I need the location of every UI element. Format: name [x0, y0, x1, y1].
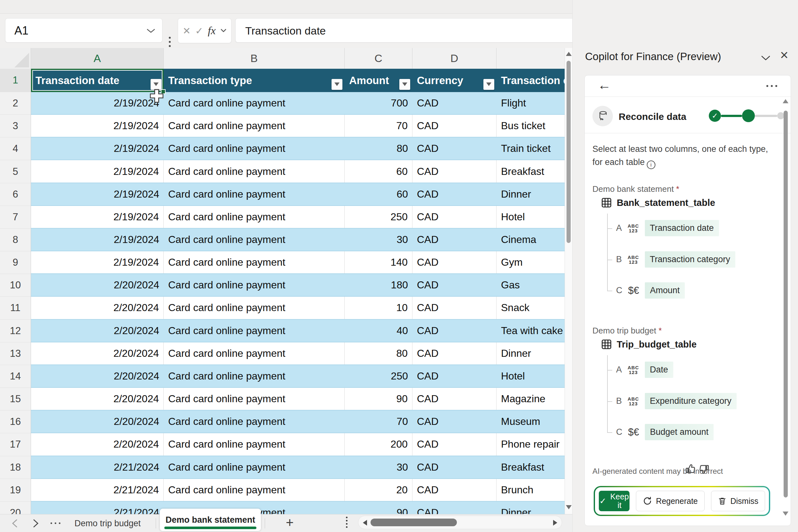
- cell-type[interactable]: Card card online payment: [164, 115, 345, 137]
- cell-category[interactable]: Dinner: [496, 501, 565, 514]
- table-header-cell[interactable]: Currency: [413, 69, 496, 92]
- cell-currency[interactable]: CAD: [413, 365, 496, 387]
- cell-currency[interactable]: CAD: [413, 137, 496, 159]
- cell-amount[interactable]: 250: [345, 206, 413, 228]
- all-sheets-icon[interactable]: [51, 522, 60, 524]
- cell-category[interactable]: Tea with cake: [496, 320, 565, 342]
- sheet-tab-bank-statement[interactable]: Demo bank statement: [160, 509, 261, 531]
- sheet-options-icon[interactable]: [346, 517, 347, 528]
- cell-category[interactable]: Magazine: [496, 388, 565, 410]
- cell-date[interactable]: 2/20/2024: [31, 388, 164, 410]
- table-node[interactable]: Bank_statement_table: [601, 197, 715, 208]
- cell-date[interactable]: 2/20/2024: [31, 274, 164, 296]
- regenerate-button[interactable]: Regenerate: [636, 491, 705, 511]
- row-header-4[interactable]: 4: [0, 137, 31, 160]
- sheet-tab-trip-budget[interactable]: Demo trip budget: [75, 514, 141, 532]
- cell-amount[interactable]: 70: [345, 115, 413, 137]
- cell-date[interactable]: 2/21/2024: [31, 479, 164, 501]
- cell-amount[interactable]: 20: [345, 479, 413, 501]
- panel-collapse-icon[interactable]: [760, 55, 771, 61]
- cell-date[interactable]: 2/19/2024: [31, 206, 164, 228]
- cell-amount[interactable]: 200: [345, 433, 413, 455]
- cell-currency[interactable]: CAD: [413, 274, 496, 296]
- prev-sheet-icon[interactable]: [11, 519, 19, 528]
- row-header-14[interactable]: 14: [0, 365, 31, 388]
- cell-amount[interactable]: 70: [345, 411, 413, 433]
- row-header-7[interactable]: 7: [0, 206, 31, 229]
- cell-category[interactable]: Dinner: [496, 183, 565, 205]
- cell-category[interactable]: Cinema: [496, 229, 565, 251]
- scroll-left-icon[interactable]: [363, 520, 367, 526]
- next-sheet-icon[interactable]: [32, 519, 40, 528]
- row-header-8[interactable]: 8: [0, 229, 31, 251]
- cell-date[interactable]: 2/21/2024: [31, 456, 164, 478]
- card-more-icon[interactable]: [766, 85, 777, 87]
- row-header-12[interactable]: 12: [0, 320, 31, 342]
- cell-category[interactable]: Breakfast: [496, 456, 565, 478]
- row-header-1[interactable]: 1: [0, 69, 31, 92]
- grid-vertical-scrollbar[interactable]: [565, 48, 572, 514]
- cell-category[interactable]: Museum: [496, 411, 565, 433]
- cell-type[interactable]: Card card online payment: [164, 137, 345, 159]
- cell-date[interactable]: 2/19/2024: [31, 137, 164, 159]
- scroll-up-icon[interactable]: [566, 52, 572, 56]
- column-header-e[interactable]: [496, 48, 565, 69]
- cell-currency[interactable]: CAD: [413, 160, 496, 182]
- filter-button[interactable]: [331, 79, 342, 90]
- fx-chevron-icon[interactable]: [220, 28, 227, 33]
- cell-category[interactable]: Hotel: [496, 206, 565, 228]
- cell-date[interactable]: 2/20/2024: [31, 411, 164, 433]
- grid-vscroll-thumb[interactable]: [567, 61, 571, 243]
- cell-category[interactable]: Brunch: [496, 479, 565, 501]
- dismiss-button[interactable]: Dismiss: [711, 491, 765, 511]
- cell-type[interactable]: Card card online payment: [164, 365, 345, 387]
- cell-type[interactable]: Card card online payment: [164, 320, 345, 342]
- keep-it-button[interactable]: ✓ Keepit: [599, 491, 629, 511]
- cell-date[interactable]: 2/19/2024: [31, 160, 164, 182]
- cell-currency[interactable]: CAD: [413, 251, 496, 273]
- table-header-cell[interactable]: Transaction type: [164, 69, 345, 92]
- cell-currency[interactable]: CAD: [413, 320, 496, 342]
- panel-scroll-thumb[interactable]: [784, 111, 788, 497]
- cell-type[interactable]: Card card online payment: [164, 342, 345, 364]
- select-all-corner[interactable]: [0, 48, 31, 69]
- column-chip[interactable]: Transaction category: [645, 251, 735, 268]
- panel-scroll-up-icon[interactable]: [783, 99, 788, 103]
- cell-category[interactable]: Bus ticket: [496, 115, 565, 137]
- cell-date[interactable]: 2/19/2024: [31, 115, 164, 137]
- cell-type[interactable]: Card card online payment: [164, 456, 345, 478]
- cell-category[interactable]: Hotel: [496, 365, 565, 387]
- cell-date[interactable]: 2/21/2024: [31, 501, 164, 514]
- row-header-13[interactable]: 13: [0, 342, 31, 365]
- cell-amount[interactable]: 80: [345, 137, 413, 159]
- row-header-10[interactable]: 10: [0, 274, 31, 297]
- row-header-11[interactable]: 11: [0, 297, 31, 319]
- cell-date[interactable]: 2/20/2024: [31, 297, 164, 319]
- table-header-cell[interactable]: Transaction category: [496, 69, 565, 92]
- row-header-18[interactable]: 18: [0, 456, 31, 479]
- table-header-cell[interactable]: Amount: [345, 69, 413, 92]
- back-icon[interactable]: ←: [597, 77, 611, 93]
- cell-category[interactable]: Phone repair: [496, 433, 565, 455]
- cell-date[interactable]: 2/19/2024: [31, 229, 164, 251]
- enter-formula-icon[interactable]: ✓: [195, 25, 203, 36]
- row-header-3[interactable]: 3: [0, 115, 31, 137]
- cell-currency[interactable]: CAD: [413, 411, 496, 433]
- panel-scrollbar[interactable]: [783, 99, 788, 524]
- panel-close-icon[interactable]: ×: [780, 49, 788, 61]
- fx-icon[interactable]: fx: [208, 25, 216, 37]
- cell-currency[interactable]: CAD: [413, 479, 496, 501]
- cell-date[interactable]: 2/19/2024: [31, 92, 164, 114]
- filter-button[interactable]: [399, 79, 410, 90]
- cell-type[interactable]: Card card online payment: [164, 206, 345, 228]
- scroll-right-icon[interactable]: [553, 520, 557, 526]
- cell-currency[interactable]: CAD: [413, 92, 496, 114]
- column-chip[interactable]: Expenditure category: [645, 393, 737, 409]
- cell-type[interactable]: Card card online payment: [164, 433, 345, 455]
- cell-type[interactable]: Card card online payment: [164, 229, 345, 251]
- cell-currency[interactable]: CAD: [413, 229, 496, 251]
- cell-category[interactable]: Gym: [496, 251, 565, 273]
- cell-category[interactable]: Breakfast: [496, 160, 565, 182]
- cell-currency[interactable]: CAD: [413, 297, 496, 319]
- cell-amount[interactable]: 80: [345, 342, 413, 364]
